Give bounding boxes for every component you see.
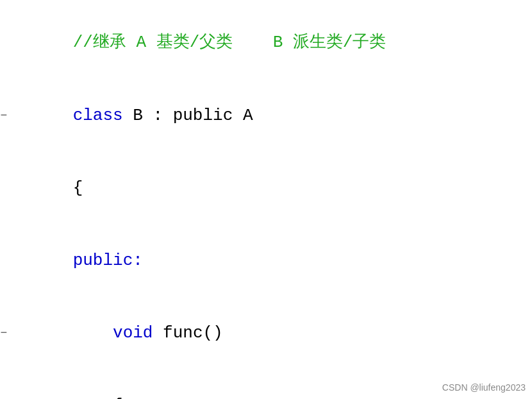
- keyword-public: public:: [73, 251, 143, 270]
- keyword-void: void: [113, 323, 153, 343]
- watermark: CSDN @liufeng2023: [442, 382, 526, 393]
- code-text-func-open: {: [8, 371, 123, 399]
- code-text-comment: //继承 A 基类/父类 B 派生类/子类: [8, 8, 386, 78]
- code-text-public: public:: [8, 226, 143, 296]
- func-name: func(): [153, 323, 222, 343]
- line-public: public:: [0, 225, 532, 297]
- gutter-minus-1: −: [0, 109, 8, 122]
- line-open-brace: {: [0, 151, 532, 224]
- code-text-open-brace: {: [8, 153, 83, 223]
- func-open-brace: {: [73, 396, 123, 399]
- code-text-class: class B : public A: [8, 80, 253, 150]
- line-comment: //继承 A 基类/父类 B 派生类/子类: [0, 6, 532, 79]
- line-class: − class B : public A: [0, 79, 532, 151]
- gutter-minus-2: −: [0, 327, 8, 339]
- indent-1: [73, 323, 113, 343]
- code-container: //继承 A 基类/父类 B 派生类/子类 − class B : public…: [0, 0, 532, 399]
- code-text-void-func: void func(): [8, 298, 223, 368]
- class-name: B : public A: [133, 106, 253, 125]
- line-void-func: − void func(): [0, 297, 532, 369]
- open-brace: {: [73, 178, 83, 198]
- comment-text: //继承 A 基类/父类 B 派生类/子类: [73, 33, 387, 52]
- keyword-class: class: [73, 106, 133, 125]
